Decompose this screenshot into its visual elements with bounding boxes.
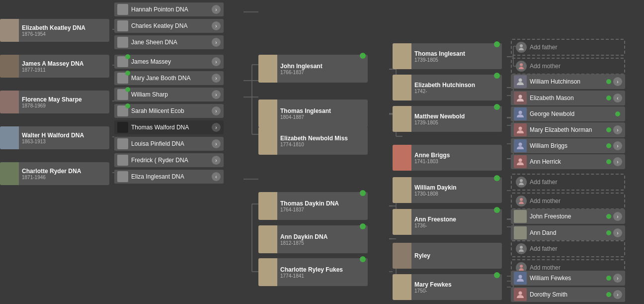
person-dates: 1774-1810 [280,142,365,147]
photo [393,43,411,69]
person-card-louisa-pinfield[interactable]: Louisa Pinfield DNA › [114,137,224,151]
person-card-charles-keatley[interactable]: Charles Keatley DNA › [114,19,224,33]
person-card-charlotte-ryley[interactable]: Charlotte Ryley Fukes 1774-1841 [258,258,368,286]
person-card-george-newbold[interactable]: George Newbold [511,106,625,121]
person-card-matthew-newbold[interactable]: Matthew Newbold 1739-1805 [393,106,502,132]
person-dates: 1736- [414,223,499,228]
svg-point-80 [519,159,522,162]
person-name: William Daykin [414,184,499,191]
photo [514,210,527,223]
photo [393,145,411,171]
person-name: William Briggs [530,142,606,149]
add-parents-top: Add father Add mother [511,39,625,75]
person-card-john-inglesant[interactable]: John Inglesant 1766-1837 [258,55,368,83]
person-name: Mary Jane Booth DNA [131,75,190,82]
person-card-walter-walford[interactable]: Walter H Walford DNA 1863-1913 [0,126,109,149]
person-dates: 1804-1887 [280,114,365,120]
expand-icon[interactable]: › [212,156,221,165]
person-name: Ann Dand [530,229,606,236]
person-name: Hannah Pointon DNA [131,6,188,13]
person-card-ryley[interactable]: Ryley [393,243,502,269]
person-card-sarah-ecob[interactable]: Sarah Milicent Ecob › [114,104,224,118]
photo [393,177,411,203]
person-dates: 1741-1803 [414,159,499,164]
expand-icon[interactable]: › [212,74,221,83]
photo [0,91,19,113]
person-card-hannah-pointon[interactable]: Hannah Pointon DNA › [114,2,224,16]
dna-dot [606,230,611,235]
person-card-anne-briggs[interactable]: Anne Briggs 1741-1803 [393,145,502,171]
expand-icon[interactable]: › [613,228,622,237]
person-dates: 1750- [414,288,499,294]
expand-icon[interactable]: › [212,106,221,115]
person-card-mary-fewkes[interactable]: Mary Fewkes 1750- [393,274,502,300]
person-name: John Inglesant [280,63,365,70]
expand-icon[interactable]: › [212,5,221,14]
expand-icon[interactable]: › [613,141,622,150]
expand-icon[interactable]: › [212,57,221,66]
expand-icon[interactable]: › [613,157,622,166]
person-card-elizabeth-newbold[interactable]: Elizabeth Newbold Miss 1774-1810 [258,127,368,155]
photo [0,126,19,149]
person-card-maryjane-booth[interactable]: Mary Jane Booth DNA › [114,71,224,85]
person-card-ann-freestone[interactable]: Ann Freestone 1736- [393,209,502,235]
add-father-button[interactable]: Add father [511,39,625,56]
person-card-elizabeth-hutchinson[interactable]: Elizabeth Hutchinson 1742- [393,75,502,101]
svg-point-75 [519,79,522,82]
expand-icon[interactable]: › [212,90,221,99]
person-card-thomas-inglesant-1739[interactable]: Thomas Inglesant 1739-1805 [393,43,502,69]
person-card-elizabeth-mason[interactable]: Elizabeth Mason ‹ [511,91,625,105]
svg-point-77 [519,111,522,114]
add-father-button-2[interactable]: Add father [511,174,625,191]
svg-point-81 [520,179,523,182]
person-card-elizabeth-keatley[interactable]: Elizabeth Keatley DNA 1876-1954 [0,19,109,42]
collapse-icon[interactable]: ‹ [212,172,221,181]
person-name: Ann Freestone [414,216,499,223]
expand-icon[interactable]: › [613,290,622,299]
person-card-thomas-walford[interactable]: Thomas Walford DNA › [114,120,224,134]
expand-icon[interactable]: › [613,125,622,134]
person-card-charlotte-ryder[interactable]: Charlotte Ryder DNA 1871-1946 [0,162,109,185]
expand-icon[interactable]: › [212,38,221,47]
dna-dot [360,256,366,262]
person-card-mary-elizabeth-norman[interactable]: Mary Elizabeth Norman › [511,122,625,137]
person-card-william-sharp[interactable]: William Sharp › [114,88,224,101]
photo [514,288,527,301]
add-mother-label-2: Add mother [530,198,561,204]
person-card-fredrick-ryder[interactable]: Fredrick ( Ryder DNA › [114,153,224,167]
add-mother-button-2[interactable]: Add mother [511,193,625,209]
expand-icon[interactable]: › [212,123,221,132]
person-card-jane-sheen[interactable]: Jane Sheen DNA › [114,35,224,49]
person-card-john-freestone[interactable]: John Freestone › [511,209,625,224]
person-name: Dorothy Smith [530,291,606,298]
expand-icon[interactable]: › [613,212,622,221]
photo [258,258,277,286]
expand-icon[interactable]: › [613,77,622,86]
add-father-label-3: Add father [530,245,557,252]
person-card-william-daykin[interactable]: William Daykin 1730-1808 [393,177,502,203]
expand-icon-left[interactable]: ‹ [613,94,622,102]
person-card-ann-daykin[interactable]: Ann Daykin DNA 1812-1875 [258,225,368,253]
person-card-thomas-daykin[interactable]: Thomas Daykin DNA 1764-1837 [258,192,368,220]
person-card-thomas-inglesant-1804[interactable]: Thomas Inglesant 1804-1887 [258,100,368,127]
person-card-william-fewkes[interactable]: William Fewkes › [511,271,625,286]
person-card-william-hutchinson[interactable]: William Hutchinson › [511,74,625,89]
photo [514,75,527,88]
person-name: William Sharp [131,91,168,98]
expand-icon[interactable]: › [212,21,221,30]
dna-dot [606,292,611,297]
add-mother-button[interactable]: Add mother [511,58,625,75]
expand-icon[interactable]: › [212,139,221,148]
add-father-button-3[interactable]: Add father [511,240,625,257]
person-card-dorothy-smith[interactable]: Dorothy Smith › [511,287,625,302]
person-dates: 1739-1805 [414,120,499,125]
person-card-ann-dand[interactable]: Ann Dand › [511,225,625,240]
person-card-james-massey-col2[interactable]: James Massey › [114,55,224,69]
person-card-ann-herrick[interactable]: Ann Herrick › [511,154,625,169]
person-name: Elizabeth Hutchinson [414,82,499,89]
person-card-florence-sharpe[interactable]: Florence May Sharpe 1878-1969 [0,91,109,113]
person-card-william-briggs[interactable]: William Briggs › [511,138,625,153]
expand-icon[interactable]: › [613,274,622,283]
person-card-eliza-inglesant[interactable]: Eliza Inglesant DNA ‹ [114,170,224,184]
person-card-james-massey-col1[interactable]: James A Massey DNA 1877-1911 [0,55,109,78]
